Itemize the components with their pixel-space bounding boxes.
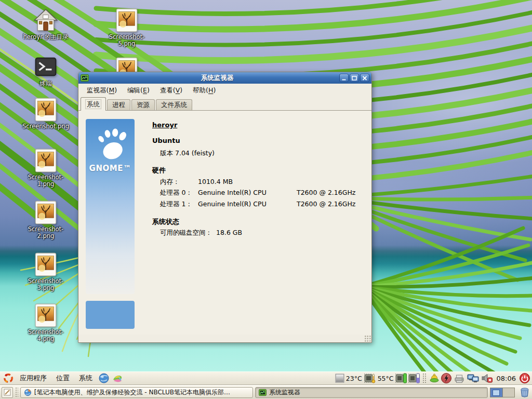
show-desktop-icon: [4, 389, 11, 396]
minimize-icon: [341, 76, 347, 81]
resize-grip[interactable]: [364, 335, 371, 342]
system-tab-content: GNOME™ heroyr Ubuntu 版本 7.04 (feisty) 硬件…: [78, 111, 371, 336]
chip-usage-purple-icon[interactable]: [408, 373, 420, 384]
disk-row: 可用的磁盘空间： 18.6 GB: [151, 229, 368, 239]
disk-value: 18.6 GB: [216, 229, 242, 236]
system-menu[interactable]: 系统: [74, 373, 97, 384]
close-button[interactable]: [360, 74, 369, 82]
status-heading: 系统状态: [152, 217, 179, 227]
gnome-foot-logo: [93, 126, 127, 161]
cpu1-row: 处理器 1： Genuine Intel(R) CPU T2600 @ 2.16…: [151, 200, 368, 210]
desktop-icon-screenshot5[interactable]: Screenshot-5.png: [102, 7, 152, 47]
screen: heroyr 的主目录 Screenshot-5.png 终端 Screensh…: [0, 0, 532, 399]
cpu0-row: 处理器 0： Genuine Intel(R) CPU T2600 @ 2.16…: [151, 189, 368, 199]
desktop-icon-label: Screenshot-3.png: [21, 278, 71, 291]
maximize-button[interactable]: [350, 74, 359, 82]
home-folder-icon: [32, 7, 59, 33]
tab-bar: 系统 进程 资源 文件系统: [78, 97, 371, 111]
input-method-icon[interactable]: [428, 373, 440, 384]
workspace-2[interactable]: [502, 388, 514, 397]
cpu0-label: 处理器 0：: [160, 189, 192, 197]
workspace-window-preview: [493, 390, 500, 396]
tab-filesystems[interactable]: 文件系统: [156, 99, 192, 110]
desktop-icon-terminal[interactable]: 终端: [21, 54, 71, 87]
window-bottom-strip: [78, 335, 371, 342]
image-thumbnail-icon: [32, 148, 59, 174]
cpu0-model: T2600 @ 2.16GHz: [297, 189, 355, 196]
terminal-icon: [32, 54, 59, 80]
task-firefox[interactable]: [笔记本电脑使用、维护及保修经验交流 - NBCLUB笔记本电脑俱乐部…: [20, 387, 253, 398]
network-monitor-icon[interactable]: [467, 373, 480, 384]
desktop-icon-home[interactable]: heroyr 的主目录: [21, 7, 71, 41]
task-label: [笔记本电脑使用、维护及保修经验交流 - NBCLUB笔记本电脑俱乐部…: [34, 388, 230, 397]
system-tray: 23°C 55°C: [335, 373, 530, 384]
maximize-icon: [352, 76, 357, 81]
system-info: heroyr Ubuntu 版本 7.04 (feisty) 硬件 内存： 10…: [151, 111, 368, 336]
close-icon: [362, 76, 367, 81]
tab-resources[interactable]: 资源: [131, 99, 155, 110]
image-thumbnail-icon: [32, 200, 59, 225]
ubuntu-logo-icon[interactable]: [3, 373, 14, 384]
desktop-icon-label: 终端: [21, 81, 71, 87]
chip-usage-green-icon[interactable]: [395, 373, 407, 384]
tab-system[interactable]: 系统: [81, 97, 106, 111]
tray-handle[interactable]: [422, 373, 426, 383]
workspace-1[interactable]: [490, 388, 502, 397]
desktop-icon-screenshot1[interactable]: Screenshot-1.png: [21, 148, 71, 188]
temperature-cpu[interactable]: 23°C: [346, 375, 362, 382]
workspace-switcher: [490, 388, 515, 397]
menu-help[interactable]: 帮助(H): [188, 85, 221, 97]
memory-row: 内存： 1010.4 MB: [151, 178, 368, 188]
cpufreq-applet-icon[interactable]: [335, 374, 344, 383]
places-menu[interactable]: 位置: [51, 373, 74, 384]
desktop-icon-label: heroyr 的主目录: [21, 34, 71, 41]
image-thumbnail-icon: [32, 302, 59, 328]
gnome-wordmark: GNOME™: [86, 164, 135, 173]
firefox-task-icon: [24, 389, 32, 396]
menu-edit[interactable]: 编辑(E): [122, 85, 155, 97]
web-browser-launcher-icon[interactable]: [98, 373, 110, 384]
colorful-app-launcher-icon[interactable]: [112, 373, 123, 384]
show-desktop-button[interactable]: [2, 387, 13, 398]
cpu0-value: Genuine Intel(R) CPU: [198, 189, 267, 196]
gnome-banner: GNOME™: [86, 119, 135, 294]
chip-thermometer-icon[interactable]: [364, 373, 376, 384]
applications-menu[interactable]: 应用程序: [15, 373, 51, 384]
desktop-icon-screenshot3[interactable]: Screenshot-3.png: [21, 251, 71, 291]
task-system-monitor[interactable]: 系统监视器: [255, 387, 488, 398]
cpu1-model: T2600 @ 2.16GHz: [297, 200, 355, 208]
window-titlebar[interactable]: 系统监视器: [78, 72, 371, 84]
menu-view[interactable]: 查看(V): [155, 85, 188, 97]
gnome-panel: 应用程序 位置 系统 23°C: [0, 371, 532, 385]
cpu1-label: 处理器 1：: [160, 200, 192, 209]
disk-label: 可用的磁盘空间：: [160, 229, 212, 237]
desktop-icon-screenshot2[interactable]: Screenshot-2.png: [21, 200, 71, 240]
image-thumbnail-icon: [32, 97, 59, 123]
desktop-icon-screenshot4[interactable]: Screenshot-4.png: [21, 302, 71, 342]
desktop-icon-label: Screenshot-4.png: [21, 329, 71, 342]
desktop-icon-label: Screenshot.png: [21, 123, 71, 130]
hardware-heading: 硬件: [152, 166, 166, 175]
gnome-banner-block: [86, 301, 135, 329]
image-thumbnail-icon: [113, 7, 140, 33]
minimize-button[interactable]: [339, 74, 349, 82]
desktop-icon-label: Screenshot-2.png: [21, 226, 71, 240]
temperature-gpu[interactable]: 55°C: [378, 375, 394, 382]
cpu1-value: Genuine Intel(R) CPU: [198, 200, 267, 208]
clock[interactable]: 08:06: [497, 375, 516, 382]
menu-monitor[interactable]: 监视器(M): [82, 85, 122, 97]
distro-name: Ubuntu: [152, 137, 180, 144]
desktop-icon-screenshot[interactable]: Screenshot.png: [21, 97, 71, 130]
power-manager-icon[interactable]: [441, 373, 452, 384]
image-thumbnail-icon: [32, 251, 59, 277]
volume-muted-icon[interactable]: [481, 373, 494, 384]
menubar: 监视器(M) 编辑(E) 查看(V) 帮助(H): [78, 84, 371, 97]
panel-handle[interactable]: [15, 387, 18, 397]
desktop-icon-label: Screenshot-1.png: [21, 174, 71, 188]
printer-icon[interactable]: [453, 373, 466, 384]
tab-processes[interactable]: 进程: [107, 99, 130, 110]
trash-icon[interactable]: [519, 387, 530, 398]
memory-value: 1010.4 MB: [198, 178, 233, 185]
shutdown-button-icon[interactable]: [519, 373, 530, 384]
desktop-icon-label: Screenshot-5.png: [102, 34, 152, 47]
